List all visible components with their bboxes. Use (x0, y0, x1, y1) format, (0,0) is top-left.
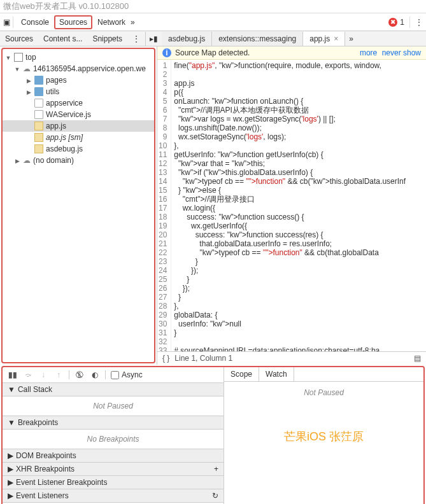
subtab-more-icon[interactable]: ⋮ (127, 32, 145, 46)
watch-tab[interactable]: Watch (259, 367, 294, 381)
subtab-sources[interactable]: Sources (0, 32, 38, 46)
tree-appjs[interactable]: app.js (3, 120, 154, 132)
window-title: 微信web开发者工具 v0.10.102800 (0, 0, 426, 13)
add-icon[interactable]: + (214, 465, 218, 473)
file-navigator: top ☁1461365954.appservice.open.we pages… (1, 48, 155, 363)
tree-asdebug[interactable]: asdebug.js (3, 143, 154, 155)
tree-waservice[interactable]: WAService.js (3, 109, 154, 120)
pause-icon[interactable]: ▮▮ (8, 370, 18, 380)
format-icon[interactable]: { } (162, 354, 169, 363)
debugger-toolbar: ▮▮ ⤼ ↓ ↑ ⫿⃠ ◐ Async (3, 367, 224, 383)
tree-top[interactable]: top (3, 52, 154, 63)
tree-domain[interactable]: ☁1461365954.appservice.open.we (3, 63, 154, 74)
tree-utils[interactable]: utils (3, 86, 154, 97)
tree-nodomain[interactable]: ☁(no domain) (3, 155, 154, 166)
menu-icon[interactable]: ⋮ (415, 18, 423, 27)
file-tab-asdebug[interactable]: asdebug.js (162, 32, 212, 46)
more-link[interactable]: more (360, 48, 377, 57)
pause-exception-icon[interactable]: ◐ (90, 370, 100, 380)
section-breakpoints[interactable]: ▼Breakpoints (3, 416, 224, 430)
show-navigator-icon[interactable]: ▸▮ (146, 32, 162, 46)
section-xhr-bp[interactable]: ▶XHR Breakpoints+ (3, 463, 224, 476)
step-out-icon[interactable]: ↑ (53, 370, 64, 380)
section-dom-bp[interactable]: ▶DOM Breakpoints (3, 449, 224, 463)
inspect-icon[interactable]: ▣ (3, 18, 10, 27)
file-overflow-icon[interactable]: » (345, 32, 357, 46)
refresh-icon[interactable]: ↻ (212, 491, 218, 500)
error-count: 1 (400, 18, 404, 27)
tab-sources[interactable]: Sources (54, 15, 92, 29)
debugger-panel: ▮▮ ⤼ ↓ ↑ ⫿⃠ ◐ Async ▼Call Stack Not Paus… (1, 366, 425, 504)
error-badge[interactable]: ✖ (388, 18, 397, 27)
code-editor[interactable]: 1234567891011121314151617181920212223242… (157, 60, 426, 351)
never-show-link[interactable]: never show (382, 48, 421, 57)
overflow-icon[interactable]: » (131, 18, 135, 27)
sub-tab-bar: Sources Content s... Snippets ⋮ ▸▮ asdeb… (0, 31, 426, 46)
section-event-bp[interactable]: ▶Event Listener Breakpoints (3, 476, 224, 489)
tree-appservice[interactable]: appservice (3, 97, 154, 109)
breakpoints-body: No Breakpoints (3, 430, 224, 449)
watermark-text: 芒果iOS 张茳原 (284, 429, 364, 444)
cloud-icon: ☁ (23, 156, 31, 165)
file-tab-messaging[interactable]: extensions::messaging (212, 32, 303, 46)
close-icon[interactable]: × (334, 34, 338, 43)
tab-console[interactable]: Console (16, 15, 54, 29)
tab-network[interactable]: Network (92, 15, 131, 29)
scope-not-paused: Not Paused (304, 388, 344, 397)
async-checkbox[interactable]: Async (111, 370, 143, 379)
subtab-snippets[interactable]: Snippets (87, 32, 127, 46)
subtab-contentscripts[interactable]: Content s... (38, 32, 87, 46)
line-gutter: 1234567891011121314151617181920212223242… (157, 60, 171, 351)
section-event-listeners[interactable]: ▶Event Listeners↻ (3, 489, 224, 503)
info-icon: i (162, 48, 171, 57)
main-tab-bar: ▣ Console Sources Network » ✖ 1 ⋮ (0, 13, 426, 31)
section-callstack[interactable]: ▼Call Stack (3, 383, 224, 396)
editor-status-bar: { } Line 1, Column 1 ▤ (157, 351, 426, 365)
source-map-info: i Source Map detected. more never show (157, 46, 426, 60)
scope-tab[interactable]: Scope (224, 367, 259, 381)
step-over-icon[interactable]: ⤼ (23, 370, 33, 380)
tree-pages[interactable]: pages (3, 74, 154, 86)
file-tab-app[interactable]: app.js × (303, 32, 345, 46)
cloud-icon: ☁ (23, 64, 31, 73)
collapse-icon[interactable]: ▤ (414, 354, 421, 363)
callstack-body: Not Paused (3, 396, 224, 416)
deactivate-bp-icon[interactable]: ⫿⃠ (75, 370, 85, 380)
step-into-icon[interactable]: ↓ (38, 370, 48, 380)
tree-appjs-sm[interactable]: app.js [sm] (3, 132, 154, 143)
